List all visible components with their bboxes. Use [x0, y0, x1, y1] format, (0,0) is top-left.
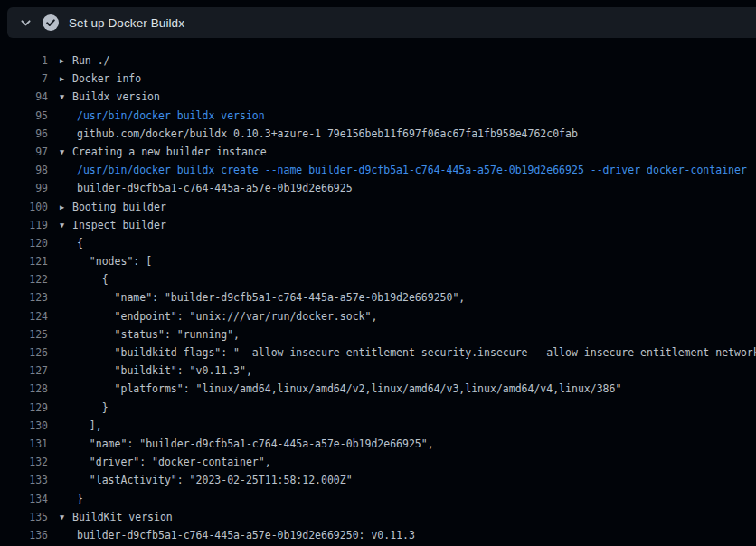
log-area[interactable]: 1 ▶ Run ./ 7 ▶ Docker info 94 ▼ Buildx v…: [0, 52, 756, 546]
log-line: 136 builder-d9cfb5a1-c764-445a-a57e-0b19…: [0, 526, 756, 544]
log-line: 131 "name": "builder-d9cfb5a1-c764-445a-…: [0, 435, 756, 453]
step-header[interactable]: Set up Docker Buildx: [7, 7, 756, 38]
line-number: 131: [0, 435, 48, 453]
indent-spacer: [60, 288, 77, 306]
line-text: "buildkit": "v0.11.3",: [77, 362, 252, 380]
indent-spacer: [60, 435, 77, 453]
line-text: github.com/docker/buildx 0.10.3+azure-1 …: [77, 125, 578, 143]
line-text: Creating a new builder instance: [72, 143, 267, 161]
line-number: 100: [0, 198, 48, 216]
indent-spacer: [60, 490, 77, 508]
log-line: 122 {: [0, 270, 756, 288]
line-text: {: [77, 234, 83, 252]
step-title: Set up Docker Buildx: [69, 16, 184, 30]
line-text: Booting builder: [72, 198, 166, 216]
log-line: 132 "driver": "docker-container",: [0, 453, 756, 471]
log-line: 121 "nodes": [: [0, 252, 756, 270]
line-number: 120: [0, 234, 48, 252]
indent-spacer: [60, 362, 77, 380]
line-number: 135: [0, 508, 48, 526]
indent-spacer: [60, 125, 77, 143]
line-number: 124: [0, 307, 48, 325]
group-toggle-icon[interactable]: ▼: [60, 216, 72, 234]
group-toggle-icon[interactable]: ▼: [60, 508, 72, 526]
line-text: {: [77, 270, 109, 288]
log-line: 120 {: [0, 234, 756, 252]
line-number: 125: [0, 325, 48, 344]
log-line: 96 github.com/docker/buildx 0.10.3+azure…: [0, 125, 756, 143]
line-text: "buildkitd-flags": "--allow-insecure-ent…: [77, 344, 756, 362]
line-number: 136: [0, 526, 48, 544]
line-number: 134: [0, 490, 48, 508]
line-text: }: [77, 399, 109, 417]
line-number: 129: [0, 399, 48, 417]
group-toggle-icon[interactable]: ▶: [60, 198, 72, 216]
line-number: 126: [0, 344, 48, 362]
log-line: 94 ▼ Buildx version: [0, 88, 756, 106]
line-text: "status": "running",: [77, 325, 240, 344]
line-text: "name": "builder-d9cfb5a1-c764-445a-a57e…: [77, 435, 434, 453]
line-number: 97: [0, 143, 48, 161]
line-text: /usr/bin/docker buildx create --name bui…: [77, 161, 747, 179]
line-number: 123: [0, 288, 48, 306]
log-line: 95 /usr/bin/docker buildx version: [0, 107, 756, 125]
indent-spacer: [60, 307, 77, 325]
log-line: 129 }: [0, 399, 756, 417]
line-number: 119: [0, 216, 48, 234]
log-line: 128 "platforms": "linux/amd64,linux/amd6…: [0, 380, 756, 398]
line-number: 99: [0, 179, 48, 197]
log-line: 126 "buildkitd-flags": "--allow-insecure…: [0, 344, 756, 362]
log-line: 99 builder-d9cfb5a1-c764-445a-a57e-0b19d…: [0, 179, 756, 197]
indent-spacer: [60, 380, 77, 398]
group-toggle-icon[interactable]: ▼: [60, 143, 72, 161]
log-line: 7 ▶ Docker info: [0, 70, 756, 88]
line-text: /usr/bin/docker buildx version: [77, 107, 265, 125]
indent-spacer: [60, 399, 77, 417]
log-line: 127 "buildkit": "v0.11.3",: [0, 362, 756, 380]
log-line: 100 ▶ Booting builder: [0, 198, 756, 216]
log-line: 119 ▼ Inspect builder: [0, 216, 756, 234]
indent-spacer: [60, 417, 77, 435]
check-circle-icon: [43, 14, 59, 31]
indent-spacer: [60, 526, 77, 544]
line-number: 96: [0, 125, 48, 143]
line-number: 7: [0, 70, 48, 88]
group-toggle-icon[interactable]: ▼: [60, 88, 72, 106]
group-toggle-icon[interactable]: ▶: [60, 70, 72, 88]
line-number: 128: [0, 380, 48, 398]
line-number: 1: [0, 52, 48, 70]
chevron-down-icon[interactable]: [15, 13, 35, 33]
line-text: Docker info: [72, 70, 141, 88]
line-text: Inspect builder: [72, 216, 166, 234]
line-text: "driver": "docker-container",: [77, 453, 271, 471]
line-text: BuildKit version: [72, 508, 173, 526]
line-text: ],: [77, 417, 102, 435]
indent-spacer: [60, 270, 77, 288]
indent-spacer: [60, 107, 77, 125]
group-toggle-icon[interactable]: ▶: [60, 52, 72, 70]
indent-spacer: [60, 234, 77, 252]
line-text: "lastActivity": "2023-02-25T11:58:12.000…: [77, 471, 353, 489]
line-number: 132: [0, 453, 48, 471]
line-text: "name": "builder-d9cfb5a1-c764-445a-a57e…: [77, 288, 465, 306]
indent-spacer: [60, 453, 77, 471]
line-text: }: [77, 490, 83, 508]
line-text: "nodes": [: [77, 252, 152, 270]
line-number: 98: [0, 161, 48, 179]
log-line: 125 "status": "running",: [0, 325, 756, 344]
line-text: Run ./: [72, 52, 110, 70]
line-text: builder-d9cfb5a1-c764-445a-a57e-0b19d2e6…: [77, 526, 415, 544]
log-line: 97 ▼ Creating a new builder instance: [0, 143, 756, 161]
log-line: 135 ▼ BuildKit version: [0, 508, 756, 526]
log-line: 124 "endpoint": "unix:///var/run/docker.…: [0, 307, 756, 325]
line-number: 95: [0, 107, 48, 125]
log-line: 134 }: [0, 490, 756, 508]
indent-spacer: [60, 252, 77, 270]
log-line: 133 "lastActivity": "2023-02-25T11:58:12…: [0, 471, 756, 489]
line-number: 130: [0, 417, 48, 435]
log-line: 98 /usr/bin/docker buildx create --name …: [0, 161, 756, 179]
indent-spacer: [60, 325, 77, 344]
indent-spacer: [60, 471, 77, 489]
log-line: 130 ],: [0, 417, 756, 435]
line-number: 133: [0, 471, 48, 489]
